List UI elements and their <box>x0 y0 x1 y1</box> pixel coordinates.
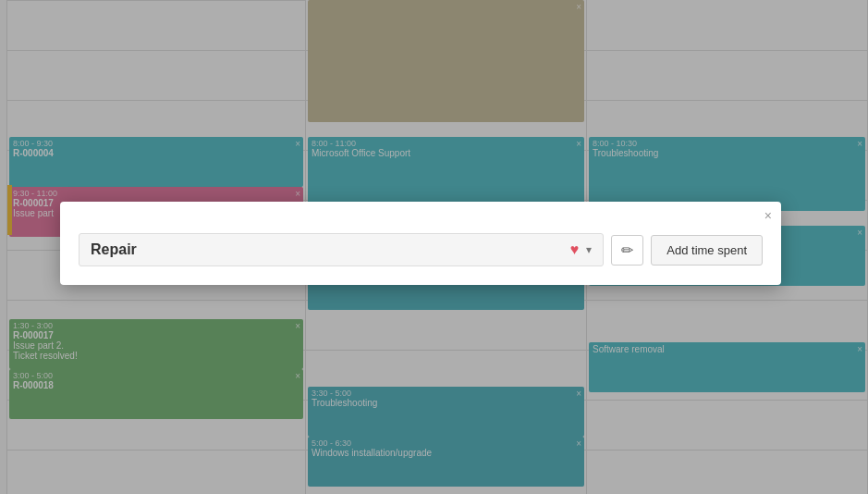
repair-label-container: Repair ♥ ▾ <box>79 233 604 266</box>
modal-body: Repair ♥ ▾ ✏ Add time spent <box>60 226 781 285</box>
heart-icon: ♥ <box>570 241 580 258</box>
chevron-down-icon[interactable]: ▾ <box>586 243 592 256</box>
add-time-spent-button[interactable]: Add time spent <box>651 235 763 266</box>
repair-title: Repair <box>91 241 563 258</box>
pencil-edit-button[interactable]: ✏ <box>611 235 643 266</box>
modal-header: × <box>60 202 781 226</box>
modal-close-button[interactable]: × <box>764 209 772 222</box>
repair-modal: × Repair ♥ ▾ ✏ Add time spent <box>60 202 781 285</box>
